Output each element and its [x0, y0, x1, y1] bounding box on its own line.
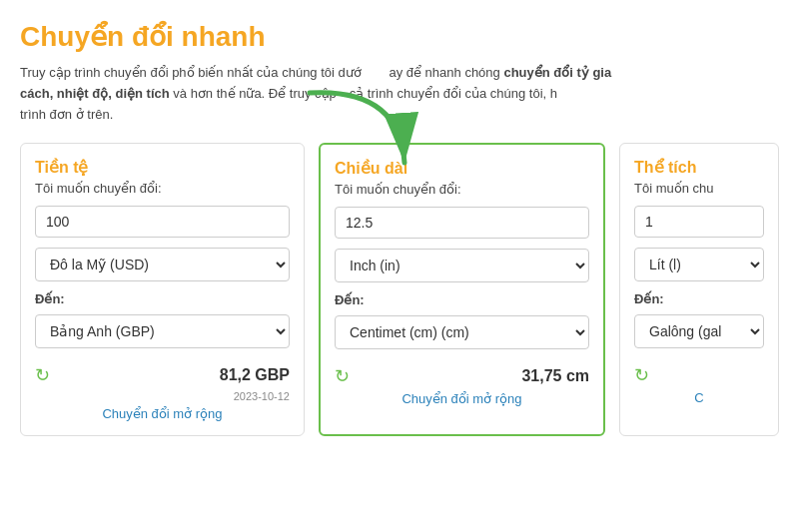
length-result-value: 31,75 cm — [358, 367, 589, 385]
currency-refresh-icon[interactable]: ↻ — [35, 364, 50, 386]
volume-to-label: Đến: — [634, 291, 764, 306]
volume-card-subtitle: Tôi muốn chu — [634, 181, 764, 196]
currency-card-subtitle: Tôi muốn chuyển đổi: — [35, 181, 290, 196]
length-to-label: Đến: — [335, 292, 589, 307]
page-title: Chuyển đổi nhanh — [20, 20, 779, 53]
length-to-select[interactable]: Centimet (cm) (cm) — [335, 315, 589, 349]
currency-card-title: Tiền tệ — [35, 158, 290, 177]
cards-container: Tiền tệ Tôi muốn chuyển đổi: Đô la Mỹ (U… — [20, 143, 779, 436]
volume-from-select[interactable]: Lít (l) — [634, 248, 764, 281]
length-expand-link[interactable]: Chuyển đổi mở rộng — [335, 391, 589, 406]
length-card-subtitle: Tôi muốn chuyển đổi: — [335, 182, 589, 197]
volume-expand-link[interactable]: C — [634, 390, 764, 405]
currency-result-value: 81,2 GBP — [58, 366, 290, 384]
length-refresh-icon[interactable]: ↻ — [335, 365, 350, 387]
currency-result-date: 2023-10-12 — [35, 390, 290, 402]
volume-input[interactable] — [634, 206, 764, 238]
currency-result-row: ↻ 81,2 GBP — [35, 364, 290, 386]
currency-card: Tiền tệ Tôi muốn chuyển đổi: Đô la Mỹ (U… — [20, 143, 305, 436]
length-result-row: ↻ 31,75 cm — [335, 365, 589, 387]
length-card: Chiều dài Tôi muốn chuyển đổi: Inch (in)… — [319, 143, 605, 436]
volume-to-select[interactable]: Galông (gal — [634, 314, 764, 348]
currency-from-select[interactable]: Đô la Mỹ (USD) — [35, 248, 290, 281]
length-card-title: Chiều dài — [335, 159, 589, 178]
currency-to-select[interactable]: Bảng Anh (GBP) — [35, 314, 290, 348]
length-from-select[interactable]: Inch (in) — [335, 249, 589, 282]
volume-refresh-icon[interactable]: ↻ — [634, 364, 649, 386]
currency-expand-link[interactable]: Chuyển đổi mở rộng — [35, 406, 290, 421]
volume-card: Thể tích Tôi muốn chu Lít (l) Đến: Galôn… — [619, 143, 779, 436]
length-input[interactable] — [335, 207, 589, 239]
currency-to-label: Đến: — [35, 291, 290, 306]
currency-input[interactable] — [35, 206, 290, 238]
volume-result-row: ↻ — [634, 364, 764, 386]
volume-card-title: Thể tích — [634, 158, 764, 177]
intro-text: Truy cập trình chuyển đổi phổ biến nhất … — [20, 63, 779, 125]
